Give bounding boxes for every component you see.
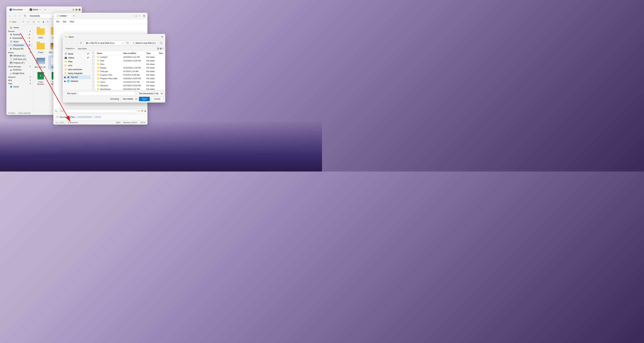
tab-documents[interactable]: Documents ✕ [8,8,27,12]
sidebar-section-wsl[interactable]: WSL ∨ [6,78,32,82]
notepad-new-tab-button[interactable]: + [72,14,76,18]
file-checkbox-4[interactable] [92,70,94,72]
filename-input[interactable] [78,91,136,96]
quick-item-documents[interactable]: 📁 Documents (Files) C:\Users\OneDrive...… [55,116,102,119]
encoding-select[interactable]: Auto-Detect [121,97,138,101]
help-button[interactable]: ? [162,47,164,50]
cancel-button[interactable]: Cancel [151,97,163,101]
dialog-close-button[interactable]: ✕ [161,35,163,38]
d-sidebar-music[interactable]: 🎵 Music 📌 [63,52,90,56]
dialog-refresh-button[interactable]: ↻ [79,41,83,44]
sidebar-section-cloud[interactable]: Cloud Storage ∧ [6,65,32,68]
sidebar-item-recyclebin[interactable]: 🗑 Recycle Bin 📌 [7,47,32,50]
sidebar-item-music[interactable]: 🎵 Music 📌 [7,40,32,44]
dialog-address-dropdown[interactable]: ⌄ [122,42,123,44]
sidebar-section-pinned[interactable]: Pinned ∧ [6,30,32,33]
notepad-tab-close[interactable]: ✕ [68,15,69,17]
file-item-adobe[interactable]: Adobe [34,26,47,40]
file-table-row[interactable]: 📁 Program Files 5/7/2024 10:06 AM File f… [91,73,165,76]
file-table-row[interactable]: 📁 Program Files (x86) 4/18/2024 10:09 PM… [91,76,165,80]
sidebar-item-home[interactable]: 🏠 Home [7,26,32,29]
file-item-img3[interactable]: IMG_2022_06... [34,56,47,69]
d-sidebar-docs[interactable]: 📁 docs-resources [63,68,90,71]
grid-view-button[interactable]: ⊞ [160,47,162,50]
sidebar-section-drives[interactable]: Drives ∧ [6,51,32,54]
menu-view[interactable]: View [68,20,76,24]
back-button[interactable]: ← [8,14,12,18]
close-button-1[interactable] [78,9,80,11]
dialog-search-box[interactable]: 🔍 Search Local Disk (C:) [131,41,158,45]
file-item-focus[interactable]: X Focus Sessions [34,70,47,86]
col-name[interactable]: Name [96,51,122,55]
file-checkbox-5[interactable] [92,74,94,76]
paste-button[interactable]: 📋 [31,20,36,24]
col-size[interactable]: Size [158,51,165,55]
file-checkbox-0[interactable] [92,56,94,58]
sidebar-item-downloads[interactable]: ⬇ Downloads 📌 [7,36,32,40]
dialog-address-bar[interactable]: 💻 ▸ This PC ▸ Local Disk (C:) ▸ ⌄ [84,41,125,45]
notepad-settings-button[interactable]: ⚙ [142,14,146,18]
file-table-row[interactable]: 📁 PerfLogs 5/7/2024 1:24 AM File folder [91,70,165,73]
history-icon[interactable]: ⏱ [141,110,143,112]
file-checkbox-3[interactable] [92,66,94,69]
select-all-checkbox[interactable] [92,52,94,54]
file-table-row[interactable]: 📁 ESD 1/12/2024 12:56 PM File folder [91,59,165,62]
sidebar-item-projects-p[interactable]: 💾 Projects (P:) [7,61,32,64]
sidebar-item-windows-c[interactable]: 💾 Windows (C:) [7,54,32,58]
forward-button[interactable]: → [13,14,17,18]
maximize-button-1[interactable] [76,9,78,11]
dialog-search-submit[interactable]: 🔍 [159,41,164,44]
notepad-tab[interactable]: 📝 Untitled ✕ [55,14,71,18]
sidebar-section-network[interactable]: Network ∨ [6,75,32,78]
file-checkbox-8[interactable] [92,84,94,86]
filetype-select[interactable]: Text documents (*.txt) [137,91,163,96]
dialog-back-button[interactable]: ← [64,41,69,44]
file-checkbox-1[interactable] [92,59,94,62]
d-sidebar-network[interactable]: ▶ 🌐 Network [63,79,90,83]
file-item-project[interactable]: Project [34,41,47,54]
tab-documents-close[interactable]: ✕ [24,9,26,10]
delete-button[interactable]: 🗑 [41,20,46,24]
sidebar-item-onedrive[interactable]: ☁ OneDrive [7,68,32,72]
file-table-row[interactable]: 📁 Users 1/12/2024 5:07 PM File folder [91,80,165,84]
sidebar-section-tags[interactable]: Tags ∧ [6,82,32,85]
menu-edit[interactable]: Edit [61,20,68,24]
menu-file[interactable]: File [54,20,61,24]
file-checkbox-2[interactable] [92,63,94,65]
notepad-find-input[interactable] [59,109,136,113]
organize-button[interactable]: Organize ▾ [64,47,76,50]
info-button[interactable]: ℹ [46,20,49,24]
d-sidebar-listary[interactable]: 📁 listary-integratio [63,71,90,75]
d-sidebar-v34[interactable]: 📁 v3-4 [63,64,90,68]
sidebar-item-documents[interactable]: 📁 Documents 📌 [7,44,32,47]
col-check[interactable] [91,51,96,55]
file-checkbox-9[interactable] [92,88,94,90]
sidebar-item-desktop[interactable]: 🖥 Desktop 📌 [7,33,32,36]
d-sidebar-thispc[interactable]: ▶ 💻 This PC [63,75,90,79]
sidebar-item-googledrive[interactable]: △ Google Drive [7,72,32,75]
address-bar[interactable]: Documents ⌄ [28,14,56,18]
tab-home[interactable]: Home ✕ [28,8,42,12]
star-icon[interactable]: ☆ [138,110,140,112]
file-checkbox-6[interactable] [92,77,94,79]
dialog-refresh2-button[interactable]: ↻ [126,41,130,44]
refresh-button[interactable]: ↻ [23,14,27,18]
sidebar-item-dvd-d[interactable]: 💿 DVD Rom (D:) [7,58,32,61]
file-table-row[interactable]: 📁 Windows 4/27/2024 10:59 PM File folder [91,84,165,87]
d-sidebar-files[interactable]: 📁 Files [63,60,90,64]
new-folder-button[interactable]: New folder [77,47,88,50]
col-date[interactable]: Date modified [122,51,145,55]
dialog-up-button[interactable]: ↑ [75,41,78,44]
notepad-maximize-icon[interactable]: ⬜ [135,15,137,17]
minimize-button-1[interactable] [72,9,74,11]
new-tab-button[interactable]: + [43,8,47,12]
cut-button[interactable]: ✂ [21,20,25,24]
new-button[interactable]: 📁 New ⌄ [8,20,19,24]
col-type[interactable]: Type [145,51,158,55]
notepad-restore-icon[interactable]: ─ [132,15,133,17]
file-table-row[interactable]: 📁 config27 4/18/2024 4:21 PM File folder [91,55,165,59]
file-table-row[interactable]: 📁 Files File folder [91,62,165,66]
d-sidebar-videos[interactable]: 🎬 Videos 📌 [63,56,90,60]
notepad-close-icon[interactable]: ✕ [139,15,140,17]
tab-home-close[interactable]: ✕ [40,9,41,10]
